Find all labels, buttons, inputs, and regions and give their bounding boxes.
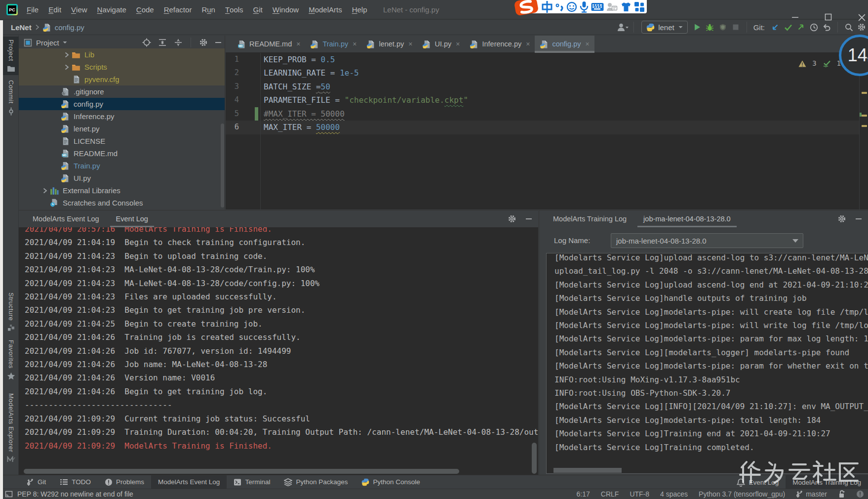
git-update-button[interactable] — [769, 21, 782, 34]
menu-view[interactable]: View — [66, 0, 92, 19]
hide-panel-icon[interactable] — [215, 39, 222, 46]
locate-file-icon[interactable] — [142, 38, 151, 47]
editor-tab-lenet-py[interactable]: lenet.py× — [361, 36, 417, 52]
menu-git[interactable]: Git — [248, 0, 268, 19]
tree-item-scratches-and-consoles[interactable]: Scratches and Consoles — [19, 197, 225, 209]
menu-help[interactable]: Help — [347, 0, 372, 19]
warning-mark[interactable] — [862, 125, 867, 127]
tree-item-inference-py[interactable]: Inference.py — [19, 110, 225, 123]
tree-item-scripts[interactable]: Scripts — [19, 61, 225, 73]
chinese-toggle-icon[interactable] — [541, 0, 553, 13]
tree-item--gitignore[interactable]: .gitignore — [19, 85, 225, 98]
sogou-logo-icon[interactable] — [512, 0, 542, 15]
close-tab-icon[interactable]: × — [456, 40, 460, 48]
coverage-button[interactable] — [716, 21, 729, 34]
tree-item-readme-md[interactable]: MDREADME.md — [19, 147, 225, 160]
menu-modelarts[interactable]: ModelArts — [304, 0, 347, 19]
ime-toolbar[interactable] — [525, 0, 647, 13]
gear-icon[interactable] — [199, 38, 208, 47]
editor-tab-ui-py[interactable]: UI.py× — [417, 36, 465, 52]
menu-edit[interactable]: Edit — [43, 0, 66, 19]
punctuation-icon[interactable] — [555, 2, 564, 12]
caret-position[interactable]: 6:17 — [577, 490, 590, 498]
menu-navigate[interactable]: Navigate — [92, 0, 131, 19]
toolwindow-button-python-console[interactable]: Python Console — [355, 475, 427, 489]
project-panel-title[interactable]: Project — [36, 39, 59, 47]
menu-window[interactable]: Window — [268, 0, 304, 19]
collapse-all-icon[interactable] — [174, 39, 183, 46]
toolwindow-button-problems[interactable]: Problems — [98, 475, 151, 489]
gear-icon[interactable] — [837, 214, 846, 223]
status-message[interactable]: PEP 8: W292 no newline at end of file — [17, 490, 133, 498]
horizontal-scrollbar[interactable] — [24, 469, 459, 474]
python-interpreter[interactable]: Python 3.7 (tensorflow_gpu) — [699, 490, 785, 498]
change-mark[interactable] — [860, 113, 862, 117]
editor[interactable]: MDREADME.md×Train.py×lenet.py×UI.py×Infe… — [226, 36, 868, 209]
event-log-output[interactable]: 2021/04/09 20:57:16 ModelArts Training i… — [19, 227, 538, 475]
close-tab-icon[interactable]: × — [526, 40, 530, 48]
rollback-button[interactable] — [820, 21, 833, 34]
toolbox-icon[interactable] — [634, 1, 645, 12]
training-log-output[interactable]: [Modelarts Service Log]upload ascend-log… — [546, 253, 868, 474]
tree-item-license[interactable]: LICENSE — [19, 135, 225, 147]
file-encoding[interactable]: UTF-8 — [630, 490, 649, 498]
code-line-5[interactable]: #MAX_ITER = 50000 — [264, 107, 468, 121]
maximize-button[interactable] — [824, 13, 833, 22]
breadcrumb-project[interactable]: LeNet — [11, 23, 32, 32]
debug-button[interactable] — [704, 21, 716, 34]
breadcrumb-file[interactable]: config.py — [55, 23, 84, 32]
settings-button[interactable] — [855, 21, 868, 34]
stripe-button-favorites[interactable]: Favorites — [3, 340, 19, 380]
panel-title[interactable]: ModelArts Training Log — [553, 215, 627, 223]
code-line-2[interactable]: LEARNING_RATE = 1e-5 — [264, 66, 468, 80]
tree-item-train-py[interactable]: Train.py — [19, 160, 225, 172]
menu-code[interactable]: Code — [131, 0, 159, 19]
tree-item-external-libraries[interactable]: External Libraries — [19, 184, 225, 197]
close-tab-icon[interactable]: × — [296, 40, 300, 48]
menu-refactor[interactable]: Refactor — [159, 0, 197, 19]
expand-all-icon[interactable] — [158, 39, 167, 46]
stripe-button-commit[interactable]: Commit — [3, 80, 19, 116]
code-line-3[interactable]: BATCH_SIZE =50 — [264, 80, 468, 93]
microphone-icon[interactable] — [579, 1, 589, 13]
editor-tab-inference-py[interactable]: Inference.py× — [465, 36, 535, 52]
stripe-button-structure[interactable]: Structure — [3, 292, 19, 332]
notifications-icon[interactable] — [856, 490, 864, 498]
error-stripe[interactable] — [860, 53, 868, 209]
history-button[interactable] — [807, 21, 820, 34]
editor-content[interactable]: 123456 KEEP_PROB = 0.5LEARNING_RATE = 1e… — [226, 53, 868, 209]
horizontal-scrollbar[interactable] — [553, 468, 622, 473]
run-button[interactable] — [691, 21, 704, 34]
tab-event-log[interactable]: Event Log — [110, 210, 154, 227]
inspections-widget[interactable]: 3 1 — [797, 57, 841, 70]
hide-panel-icon[interactable] — [855, 215, 862, 222]
editor-tab-config-py[interactable]: config.py× — [535, 36, 594, 52]
code-line-4[interactable]: PARAMETER_FILE = "checkpoint/variable.ck… — [264, 93, 468, 107]
project-scrollbar[interactable] — [221, 124, 224, 208]
warning-mark[interactable] — [862, 115, 867, 117]
user-icon[interactable] — [616, 21, 629, 34]
indent-style[interactable]: 4 spaces — [660, 490, 688, 498]
chevron-right-icon[interactable] — [62, 52, 71, 58]
editor-tab-train-py[interactable]: Train.py× — [305, 36, 361, 52]
toolwindow-button-python-packages[interactable]: Python Packages — [277, 475, 355, 489]
toolwindow-button-modelarts-event-log[interactable]: ModelArts Event Log — [151, 475, 227, 489]
stop-button[interactable] — [729, 21, 742, 34]
chevron-right-icon[interactable] — [62, 64, 71, 70]
window-layout-icon[interactable] — [5, 491, 13, 498]
lock-icon[interactable] — [838, 490, 845, 498]
run-configuration-select[interactable]: lenet — [641, 21, 688, 34]
git-push-button[interactable] — [794, 21, 807, 34]
menu-tools[interactable]: Tools — [220, 0, 248, 19]
code-lines[interactable]: KEEP_PROB = 0.5LEARNING_RATE = 1e-5BATCH… — [264, 53, 468, 134]
tree-item-ui-py[interactable]: UI.py — [19, 172, 225, 184]
line-separator[interactable]: CRLF — [601, 490, 619, 498]
tree-item-pyvenv-cfg[interactable]: pyvenv.cfg — [19, 73, 225, 85]
close-button[interactable] — [857, 13, 866, 22]
tree-item-lib[interactable]: Lib — [19, 48, 225, 61]
vertical-scrollbar[interactable] — [532, 443, 537, 474]
minimize-button[interactable] — [791, 13, 800, 22]
close-tab-icon[interactable]: × — [408, 40, 412, 48]
search-button[interactable] — [842, 21, 855, 34]
toolwindow-button-event-log[interactable]: Event Log — [730, 475, 786, 489]
